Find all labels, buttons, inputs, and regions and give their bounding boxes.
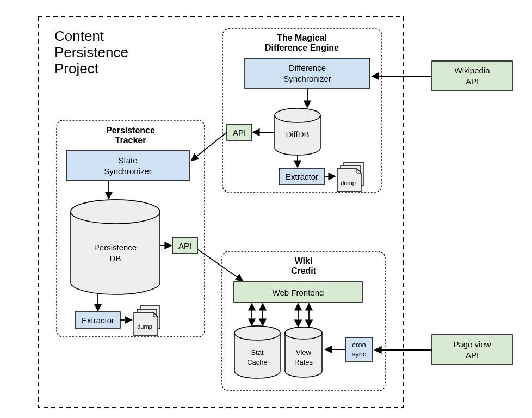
view-rates-label-1: View — [296, 348, 312, 356]
magical-title-line2: Difference Engine — [265, 43, 339, 52]
magical-extractor-label: Extractor — [286, 172, 318, 181]
pageview-api-label-1: Page view — [453, 340, 491, 349]
magical-dump-label: dump — [341, 180, 356, 186]
project-title-line2: Persistence — [54, 44, 128, 60]
magical-title-line1: The Magical — [277, 33, 327, 42]
wiki-title-line2: Credit — [291, 266, 317, 275]
view-rates-label-2: Rates — [294, 358, 313, 366]
magical-dump-stack — [337, 162, 363, 192]
svg-point-11 — [285, 327, 322, 339]
arrow-magical-api-to-state-sync — [191, 132, 227, 161]
svg-point-5 — [71, 200, 160, 224]
tracker-extractor-label: Extractor — [82, 316, 114, 325]
diagram-canvas: Content Persistence Project The Magical … — [0, 0, 532, 418]
tracker-dump-stack — [134, 306, 160, 335]
wiki-title-line1: Wiki — [295, 256, 313, 266]
magical-api-label: API — [233, 128, 246, 137]
svg-point-0 — [275, 108, 320, 122]
difference-synchronizer-label-1: Difference — [289, 63, 326, 72]
wikipedia-api-label-1: Wikipedia — [454, 66, 490, 75]
project-title-line1: Content — [54, 28, 104, 44]
pageview-api-label-2: API — [466, 351, 479, 360]
tracker-api-label: API — [178, 241, 191, 250]
tracker-title-line2: Tracker — [115, 136, 146, 145]
difference-synchronizer-label-2: Synchronizer — [283, 74, 331, 83]
web-frontend-label: Web Frontend — [273, 288, 324, 297]
state-synchronizer-label-1: State — [118, 156, 137, 165]
svg-point-10 — [234, 326, 280, 340]
cron-sync-label-1: cron — [352, 341, 366, 349]
tracker-dump-label: dump — [137, 323, 152, 330]
persistence-db-label-2: DB — [110, 254, 121, 263]
state-synchronizer-label-2: Synchronizer — [104, 167, 152, 176]
stat-cache-label-1: Stat — [251, 348, 264, 356]
cron-sync-label-2: sync — [352, 350, 367, 358]
persistence-db-label-1: Persistence — [94, 243, 137, 252]
tracker-title-line1: Persistence — [106, 126, 155, 135]
wikipedia-api-label-2: API — [466, 77, 479, 86]
diffdb-label: DiffDB — [286, 130, 309, 139]
stat-cache-label-2: Cache — [247, 358, 268, 366]
project-title-line3: Project — [54, 60, 99, 77]
